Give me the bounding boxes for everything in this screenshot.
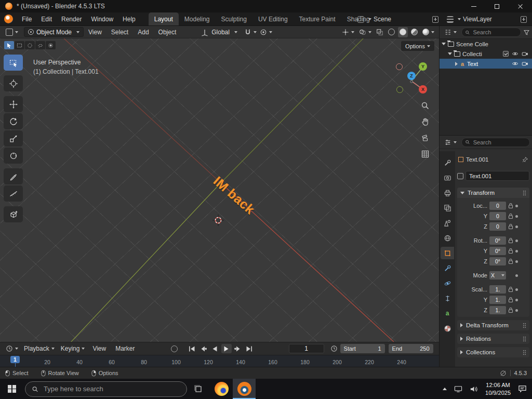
menu-render[interactable]: Render: [57, 12, 86, 25]
prev-keyframe-button[interactable]: [198, 344, 209, 353]
relations-section[interactable]: Relations: [457, 334, 529, 344]
lasso-select-button[interactable]: [35, 41, 45, 49]
outliner-row-collection[interactable]: Collecti: [440, 49, 532, 59]
play-button[interactable]: [221, 344, 232, 353]
editor-type-button[interactable]: [3, 27, 21, 37]
marker-menu[interactable]: Marker: [111, 342, 139, 355]
location-z-field[interactable]: 0: [489, 222, 506, 231]
properties-search-input[interactable]: [472, 139, 526, 146]
drag-handle-icon[interactable]: [523, 350, 526, 355]
shading-rendered-button[interactable]: [421, 27, 436, 37]
transform-orientation-dropdown[interactable]: Global: [201, 28, 237, 36]
timeline-ruler[interactable]: 1 20 40 60 80 100 120 140 160 180 200 22…: [0, 355, 439, 367]
start-frame-field[interactable]: Start 1: [340, 344, 385, 353]
current-frame-field[interactable]: 1: [289, 344, 324, 353]
tab-object[interactable]: [441, 247, 454, 259]
playback-menu[interactable]: Playback: [21, 342, 58, 355]
menu-help[interactable]: Help: [118, 12, 140, 25]
box-select-button[interactable]: [15, 41, 24, 49]
ortho-grid-control[interactable]: [419, 148, 431, 159]
tweak-select-button[interactable]: [4, 41, 14, 49]
volume-tray-icon[interactable]: [470, 385, 478, 393]
workspace-tab-layout[interactable]: Layout: [149, 12, 179, 25]
next-keyframe-button[interactable]: [233, 344, 243, 353]
camera-render-icon[interactable]: [522, 50, 528, 57]
keyframe-dot-icon[interactable]: [515, 274, 518, 277]
play-reverse-button[interactable]: [210, 344, 220, 353]
delta-transform-section[interactable]: Delta Transform: [457, 320, 529, 330]
view-menu[interactable]: View: [88, 342, 111, 355]
keying-menu[interactable]: Keying: [58, 342, 88, 355]
jump-to-start-button[interactable]: [187, 344, 197, 353]
lock-icon[interactable]: [508, 286, 513, 292]
lock-icon[interactable]: [508, 203, 513, 209]
tool-cursor[interactable]: [4, 75, 23, 91]
location-y-field[interactable]: 0: [489, 212, 506, 220]
eye-icon[interactable]: [512, 50, 518, 57]
keyframe-dot-icon[interactable]: [515, 205, 518, 207]
blender-taskbar-button[interactable]: [233, 379, 256, 399]
lock-icon[interactable]: [508, 258, 513, 264]
camera-render-icon[interactable]: [522, 60, 528, 67]
scale-y-field[interactable]: 1.: [489, 296, 506, 304]
tab-render[interactable]: [441, 171, 454, 184]
tab-object-data[interactable]: a: [441, 307, 454, 320]
toggle-xray-button[interactable]: [375, 27, 385, 37]
jump-to-end-button[interactable]: [244, 344, 255, 353]
shading-material-button[interactable]: [409, 27, 419, 37]
tab-constraints[interactable]: [441, 292, 454, 304]
tool-rotate[interactable]: [4, 113, 23, 129]
outliner-search-input[interactable]: [472, 29, 517, 36]
gizmo-minus-y[interactable]: [396, 86, 403, 93]
tab-modifiers[interactable]: [441, 262, 454, 274]
rotation-y-field[interactable]: 0°: [489, 247, 506, 255]
tab-output[interactable]: [441, 187, 454, 199]
minimize-button[interactable]: [462, 0, 485, 12]
zoom-control[interactable]: [419, 100, 431, 111]
tool-move[interactable]: [4, 96, 23, 112]
keyframe-dot-icon[interactable]: [515, 225, 518, 228]
rotation-x-field[interactable]: 0°: [489, 236, 506, 245]
lock-icon[interactable]: [508, 213, 513, 219]
tool-measure[interactable]: [4, 185, 23, 202]
playhead[interactable]: 1: [10, 356, 20, 363]
tool-transform[interactable]: [4, 148, 23, 164]
snap-toggle[interactable]: [243, 27, 258, 37]
filter-icon[interactable]: [523, 29, 530, 36]
auto-keying-record-icon[interactable]: [171, 345, 178, 352]
gizmo-plus-x[interactable]: X: [419, 85, 427, 94]
lock-icon[interactable]: [508, 307, 513, 313]
rotation-mode-dropdown[interactable]: X: [489, 271, 506, 280]
lock-icon[interactable]: [508, 297, 513, 303]
workspace-tab-texture-paint[interactable]: Texture Paint: [294, 12, 341, 25]
outliner-search[interactable]: [461, 28, 521, 37]
new-viewlayer-icon[interactable]: [521, 16, 527, 23]
collections-section[interactable]: Collections: [457, 347, 529, 357]
shading-wireframe-button[interactable]: [387, 27, 396, 37]
navigation-gizmo[interactable]: Y Z X: [387, 58, 434, 100]
taskbar-search[interactable]: [25, 381, 187, 397]
end-frame-field[interactable]: End 250: [389, 344, 433, 353]
pin-icon[interactable]: [522, 156, 528, 163]
gizmo-plus-z[interactable]: Z: [407, 72, 416, 80]
blender-menu-icon[interactable]: [4, 15, 13, 23]
tool-select-box[interactable]: [4, 55, 23, 71]
keyframe-dot-icon[interactable]: [515, 250, 518, 252]
timeline-editor-type-button[interactable]: [3, 343, 21, 354]
menu-file[interactable]: File: [17, 12, 36, 25]
menu-window[interactable]: Window: [86, 12, 118, 25]
3d-viewport[interactable]: IM back User Perspective (1) Collection …: [0, 38, 439, 342]
close-button[interactable]: [509, 0, 532, 12]
menu-add[interactable]: Add: [133, 26, 153, 38]
drag-handle-icon[interactable]: [523, 323, 526, 328]
notification-center-icon[interactable]: [518, 385, 527, 393]
show-overlays-toggle[interactable]: [357, 27, 373, 37]
keyframe-dot-icon[interactable]: [515, 309, 518, 312]
outliner-row-scene-collection[interactable]: Scene Colle: [440, 39, 532, 49]
tool-annotate[interactable]: [4, 168, 23, 184]
menu-view[interactable]: View: [84, 26, 107, 38]
workspace-tab-modeling[interactable]: Modeling: [179, 12, 216, 25]
workspace-tab-uv-editing[interactable]: UV Editing: [252, 12, 294, 25]
tab-physics[interactable]: [441, 277, 454, 289]
transform-panel-header[interactable]: Transform: [457, 188, 529, 198]
